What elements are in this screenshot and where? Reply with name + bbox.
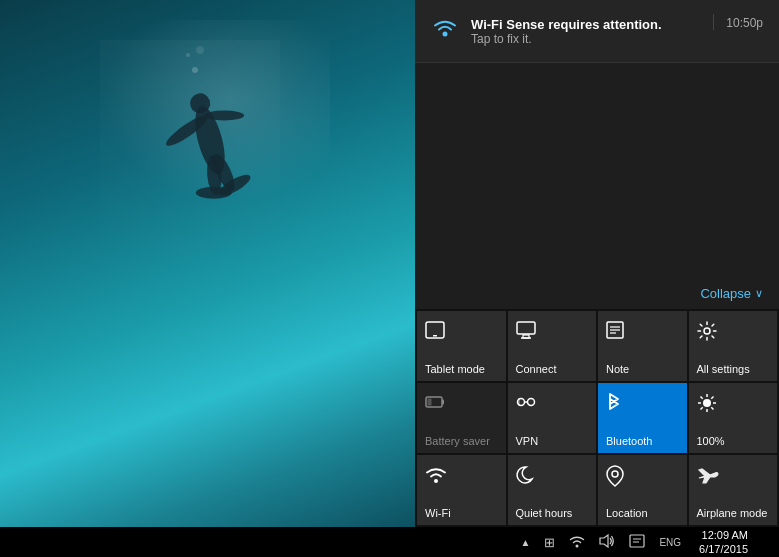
svg-line-35 [700,397,702,399]
svg-point-7 [196,187,232,199]
volume-taskbar-icon[interactable] [595,532,619,553]
svg-rect-25 [428,399,432,406]
tile-note[interactable]: Note [598,311,687,381]
tile-connect-label: Connect [516,363,557,375]
quick-actions-grid: Tablet mode Connect Note [415,309,779,527]
clock-date: 6/17/2015 [699,542,748,556]
taskbar: ▲ ⊞ ENG [0,527,779,557]
notification-item[interactable]: Wi-Fi Sense requires attention. Tap to f… [415,0,779,63]
collapse-chevron: ∨ [755,287,763,300]
tile-bluetooth[interactable]: Bluetooth [598,383,687,453]
collapse-bar: Collapse ∨ [415,278,779,309]
tile-wifi[interactable]: Wi-Fi [417,455,506,525]
bluetooth-icon [606,393,622,420]
tablet-taskbar-icon[interactable]: ⊞ [540,533,559,552]
notification-taskbar-icon[interactable] [625,532,649,553]
tile-tablet-mode[interactable]: Tablet mode [417,311,506,381]
vpn-icon [516,393,536,416]
tile-bluetooth-label: Bluetooth [606,435,652,447]
tile-airplane-mode-label: Airplane mode [697,507,768,519]
tile-all-settings[interactable]: All settings [689,311,778,381]
wifi-taskbar-icon[interactable] [565,532,589,553]
tile-quiet-hours-label: Quiet hours [516,507,573,519]
tile-location-label: Location [606,507,648,519]
tile-connect[interactable]: Connect [508,311,597,381]
svg-point-3 [163,111,211,150]
svg-point-10 [186,53,190,57]
note-icon [606,321,624,344]
tile-all-settings-label: All settings [697,363,750,375]
tile-vpn[interactable]: VPN [508,383,597,453]
desktop-wallpaper [0,0,415,527]
svg-point-12 [443,32,448,37]
svg-point-6 [209,151,239,193]
airplane-mode-icon [697,465,719,490]
svg-marker-42 [600,535,608,547]
svg-point-8 [216,171,253,199]
location-icon [606,465,624,492]
notification-title: Wi-Fi Sense requires attention. [471,17,701,32]
tile-quiet-hours[interactable]: Quiet hours [508,455,597,525]
svg-point-41 [576,544,579,547]
tile-vpn-label: VPN [516,435,539,447]
svg-point-1 [189,103,230,177]
wifi-tile-icon [425,465,447,488]
keyboard-taskbar-icon[interactable]: ENG [655,535,685,550]
svg-line-37 [711,397,713,399]
svg-point-2 [188,91,212,115]
tile-brightness[interactable]: 100% [689,383,778,453]
wifi-sense-icon [431,14,459,48]
svg-point-27 [527,399,534,406]
notification-text-block: Wi-Fi Sense requires attention. Tap to f… [471,17,701,46]
brightness-icon [697,393,717,418]
svg-point-5 [206,155,223,196]
svg-point-22 [704,328,710,334]
connect-icon [516,321,536,344]
tile-tablet-mode-label: Tablet mode [425,363,485,375]
action-center-panel: Wi-Fi Sense requires attention. Tap to f… [415,0,779,527]
tile-note-label: Note [606,363,629,375]
tile-battery-saver[interactable]: Battery saver [417,383,506,453]
tile-wifi-label: Wi-Fi [425,507,451,519]
tile-battery-saver-label: Battery saver [425,435,490,447]
collapse-button[interactable]: Collapse ∨ [700,286,763,301]
tablet-mode-icon [425,321,445,344]
svg-point-9 [192,67,198,73]
svg-point-0 [100,40,280,260]
clock-time: 12:09 AM [699,528,748,542]
show-hidden-icons-button[interactable]: ▲ [516,535,534,550]
tile-airplane-mode[interactable]: Airplane mode [689,455,778,525]
svg-rect-15 [517,322,535,334]
svg-point-39 [434,479,438,483]
svg-point-11 [196,46,204,54]
settings-icon [697,321,717,346]
tile-brightness-label: 100% [697,435,725,447]
svg-line-38 [700,407,702,409]
svg-rect-24 [442,400,444,405]
empty-spacer [415,63,779,278]
system-clock[interactable]: 12:09 AM 6/17/2015 [691,526,756,557]
tile-location[interactable]: Location [598,455,687,525]
collapse-label: Collapse [700,286,751,301]
notification-time: 10:50p [713,14,763,30]
taskbar-right: ▲ ⊞ ENG [516,526,779,557]
svg-rect-14 [433,335,437,337]
battery-saver-icon [425,393,445,414]
quiet-hours-icon [516,465,534,490]
svg-line-36 [711,407,713,409]
svg-point-4 [204,111,244,121]
svg-rect-43 [630,535,644,547]
svg-point-30 [703,399,711,407]
notification-subtitle: Tap to fix it. [471,32,701,46]
svg-point-40 [612,471,618,477]
